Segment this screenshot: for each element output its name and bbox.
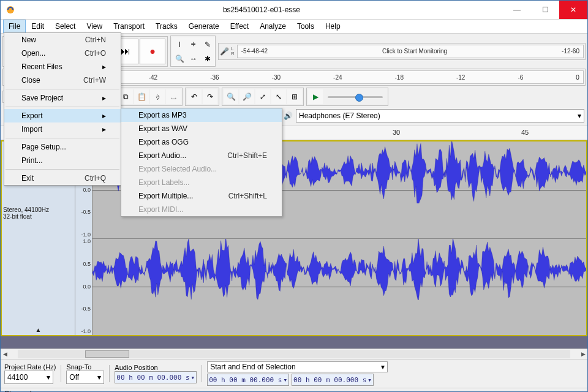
- titlebar: bs254510012-e01-esse — ☐ ✕: [1, 1, 587, 20]
- silence-button[interactable]: ⎵: [166, 89, 181, 104]
- zoom-in-button[interactable]: 🔍: [224, 89, 238, 104]
- undo-icon: ↶: [191, 92, 197, 101]
- horizontal-scrollbar[interactable]: ◀ ▶: [1, 349, 587, 359]
- menu-analyze[interactable]: Analyze: [254, 20, 292, 33]
- selection-start-field[interactable]: 00 h 00 m 00.000 s▾: [207, 374, 289, 386]
- menu-select[interactable]: Select: [50, 20, 81, 33]
- menu-item-new[interactable]: NewCtrl+N: [4, 33, 121, 47]
- menu-view[interactable]: View: [81, 20, 108, 33]
- timeshift-icon: ↔: [190, 55, 197, 63]
- menu-generate[interactable]: Generate: [183, 20, 225, 33]
- mic-icon: 🎤: [220, 47, 228, 56]
- undo-button[interactable]: ↶: [187, 89, 202, 104]
- menu-item-export-mp3[interactable]: Export as MP3: [121, 108, 282, 122]
- menu-item-export-multiple[interactable]: Export Multiple...Ctrl+Shift+L: [121, 189, 282, 203]
- output-device-combo[interactable]: Headphones (E7 Stereo)▾: [296, 109, 584, 123]
- menu-item-export-midi: Export MIDI...: [121, 203, 282, 216]
- maximize-button[interactable]: ☐: [531, 1, 559, 19]
- paste-button[interactable]: 📋: [134, 89, 149, 104]
- menu-item-page-setup[interactable]: Page Setup...: [4, 140, 121, 154]
- menu-item-import[interactable]: Import▸: [4, 123, 121, 136]
- scroll-right-icon[interactable]: ▶: [579, 350, 587, 358]
- selection-end-field[interactable]: 00 h 00 m 00.000 s▾: [292, 374, 374, 386]
- redo-button[interactable]: ↷: [203, 89, 217, 104]
- audio-position-label: Audio Position: [115, 364, 197, 371]
- minimize-button[interactable]: —: [503, 1, 531, 19]
- menu-transport[interactable]: Transport: [108, 20, 150, 33]
- fit-project-button[interactable]: ⤡: [271, 89, 286, 104]
- record-button[interactable]: ●: [140, 39, 165, 64]
- menu-item-exit[interactable]: ExitCtrl+Q: [4, 172, 121, 185]
- track-format-label: Stereo, 44100Hz: [3, 206, 74, 213]
- selection-mode-combo[interactable]: Start and End of Selection▾: [207, 361, 388, 372]
- fit-selection-button[interactable]: ⤢: [255, 89, 270, 104]
- paste-icon: 📋: [137, 92, 146, 101]
- menu-item-export-selected: Export Selected Audio...: [121, 162, 282, 176]
- project-rate-label: Project Rate (Hz): [4, 363, 56, 371]
- menu-item-export-audio[interactable]: Export Audio...Ctrl+Shift+E: [121, 149, 282, 162]
- play-at-speed-button[interactable]: ▶: [308, 89, 323, 104]
- snap-to-combo[interactable]: Off▾: [66, 371, 104, 384]
- menu-item-export-wav[interactable]: Export as WAV: [121, 122, 282, 135]
- skip-end-icon: ⏭: [121, 46, 130, 57]
- scroll-left-icon[interactable]: ◀: [1, 350, 9, 358]
- menu-item-export[interactable]: Export▸: [4, 109, 121, 123]
- chevron-right-icon: ▸: [90, 62, 106, 71]
- close-button[interactable]: ✕: [559, 1, 587, 19]
- record-icon: ●: [149, 46, 156, 57]
- zoom-in-icon: 🔍: [227, 92, 236, 101]
- meter-lr-labels: LR: [231, 47, 235, 56]
- export-submenu: Export as MP3 Export as WAV Export as OG…: [121, 108, 282, 217]
- draw-tool[interactable]: ✎: [200, 37, 215, 52]
- app-window: bs254510012-e01-esse — ☐ ✕ File Edit Sel…: [0, 0, 588, 392]
- menu-tools[interactable]: Tools: [292, 20, 320, 33]
- snap-to-label: Snap-To: [66, 363, 104, 371]
- envelope-tool[interactable]: ⫩: [186, 37, 201, 52]
- menu-edit[interactable]: Edit: [26, 20, 50, 33]
- project-rate-combo[interactable]: 44100▾: [4, 371, 53, 384]
- menu-item-open[interactable]: Open...Ctrl+O: [4, 47, 121, 60]
- zoom-toggle-button[interactable]: ⊞: [287, 89, 302, 104]
- timeshift-tool[interactable]: ↔: [186, 51, 201, 66]
- trim-icon: ⎀: [156, 92, 160, 101]
- status-text: Stopped.: [4, 390, 34, 392]
- copy-icon: ⧉: [123, 92, 129, 101]
- ibeam-icon: I: [178, 40, 180, 49]
- zoom-icon: 🔍: [175, 55, 184, 63]
- record-meter[interactable]: -54 -48 -42 Click to Start Monitoring -1…: [237, 45, 584, 58]
- menu-tracks[interactable]: Tracks: [150, 20, 183, 33]
- menu-effect[interactable]: Effect: [225, 20, 254, 33]
- menu-item-recent-files[interactable]: Recent Files▸: [4, 60, 121, 74]
- menu-item-export-ogg[interactable]: Export as OGG: [121, 135, 282, 149]
- status-bar: Project Rate (Hz) 44100▾ Snap-To Off▾ Au…: [1, 359, 587, 391]
- menu-item-close[interactable]: CloseCtrl+W: [4, 74, 121, 87]
- chevron-right-icon: ▸: [90, 94, 106, 102]
- zoom-out-button[interactable]: 🔎: [239, 89, 254, 104]
- menu-item-print[interactable]: Print...: [4, 154, 121, 167]
- menu-file[interactable]: File: [3, 20, 26, 33]
- zoom-tool[interactable]: 🔍: [172, 51, 187, 66]
- app-logo-icon: [6, 5, 15, 15]
- waveform-right[interactable]: [92, 239, 586, 336]
- menu-item-save-project[interactable]: Save Project▸: [4, 91, 121, 105]
- output-icon: 🔊: [284, 111, 292, 120]
- collapse-icon[interactable]: ▲: [2, 326, 75, 333]
- scroll-thumb[interactable]: [85, 350, 129, 358]
- zoom-out-icon: 🔎: [243, 92, 252, 101]
- selection-tool[interactable]: I: [172, 37, 187, 52]
- chevron-right-icon: ▸: [90, 111, 106, 120]
- trim-button[interactable]: ⎀: [150, 89, 165, 104]
- play-speed-slider[interactable]: [328, 96, 383, 98]
- menu-help[interactable]: Help: [320, 20, 346, 33]
- play-speed-icon: ▶: [313, 92, 318, 101]
- zoom-toggle-icon: ⊞: [292, 92, 298, 101]
- audio-position-field[interactable]: 00 h 00 m 00.000 s▾: [115, 371, 197, 383]
- chevron-down-icon: ▾: [578, 111, 581, 120]
- fit-sel-icon: ⤢: [260, 92, 266, 101]
- file-menu: NewCtrl+N Open...Ctrl+O Recent Files▸ Cl…: [4, 32, 121, 186]
- redo-icon: ↷: [207, 92, 213, 101]
- multi-tool[interactable]: ✱: [200, 51, 215, 66]
- window-buttons: — ☐ ✕: [503, 1, 587, 19]
- multi-icon: ✱: [205, 55, 211, 63]
- menu-item-export-labels: Export Labels...: [121, 176, 282, 189]
